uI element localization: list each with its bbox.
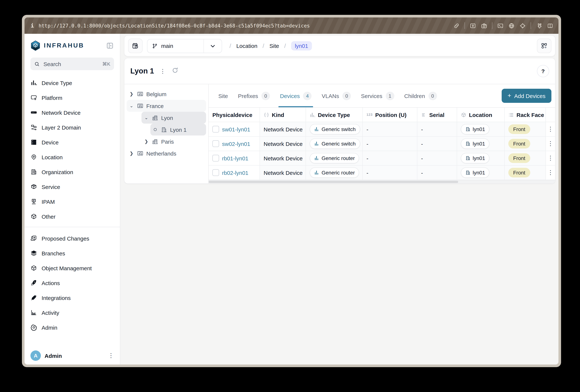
breadcrumb-item-site[interactable]: Site: [269, 43, 279, 49]
column-header-location[interactable]: Location: [457, 108, 505, 122]
device-type-chip[interactable]: Generic router: [310, 167, 359, 178]
tab-children[interactable]: Children0: [404, 84, 437, 107]
device-link[interactable]: rb01-lyn01: [222, 155, 248, 161]
tab-services[interactable]: Services1: [361, 84, 394, 107]
puzzle-icon[interactable]: [536, 22, 542, 29]
column-header-device-type[interactable]: Device Type: [306, 108, 363, 122]
title-kebab-icon[interactable]: ⋮: [160, 68, 165, 74]
row-kebab-icon[interactable]: ⋮: [548, 126, 554, 132]
sidebar-item-device-type[interactable]: Device Type: [30, 75, 114, 90]
tab-vlans[interactable]: VLANs0: [322, 84, 351, 107]
sidebar-item-branches[interactable]: Branches: [30, 246, 114, 261]
search-input[interactable]: [43, 60, 99, 67]
tab-site[interactable]: Site: [218, 84, 228, 107]
row-checkbox[interactable]: [212, 169, 219, 176]
sidebar-item-organization[interactable]: Organization: [30, 164, 114, 179]
table-row-cell-serial: -: [417, 166, 457, 180]
sidebar-item-actions[interactable]: Actions: [30, 275, 114, 290]
column-header-physicaldevice[interactable]: Physicaldevice: [209, 108, 260, 122]
tabs: Site Prefixes0 Devices4 VLANs0 Services1…: [209, 84, 555, 107]
sidebar-item-proposed-changes[interactable]: Proposed Changes: [30, 231, 114, 246]
add-devices-button[interactable]: +Add Devices: [502, 89, 551, 103]
user-row[interactable]: A Admin ⋮: [30, 347, 114, 361]
column-header-kind[interactable]: Kind: [260, 108, 306, 122]
main-area: main / Location / Site / lyn01 Lyon 1 ⋮: [120, 34, 559, 365]
branch-selector[interactable]: main: [147, 39, 222, 53]
sidebar-item-other[interactable]: Other: [30, 209, 114, 224]
sidebar-item-label: Device Type: [42, 80, 72, 86]
row-kebab-icon[interactable]: ⋮: [548, 170, 554, 176]
sidebar-item-layer-2-domain[interactable]: Layer 2 Domain: [30, 120, 114, 135]
device-type-chip[interactable]: Generic switch: [310, 138, 360, 149]
table-row-cell-serial: -: [417, 151, 457, 166]
office-icon: [465, 155, 470, 161]
tree-item-lyon[interactable]: ⌄ Lyon: [142, 112, 206, 124]
column-header-serial[interactable]: Serial: [417, 108, 457, 122]
location-chip[interactable]: lyn01: [461, 153, 490, 163]
sidebar-item-ipam[interactable]: IPIPAM: [30, 194, 114, 209]
row-checkbox[interactable]: [212, 155, 219, 161]
row-checkbox[interactable]: [212, 126, 219, 132]
device-link[interactable]: sw02-lyn01: [222, 140, 250, 147]
collapse-sidebar-icon[interactable]: [106, 42, 114, 50]
page-title: Lyon 1: [130, 67, 154, 75]
sidebar-item-device[interactable]: Device: [30, 135, 114, 150]
camera-icon[interactable]: [481, 22, 487, 29]
git-branch-icon: [152, 43, 158, 49]
link-icon[interactable]: [453, 22, 460, 29]
table-row-cell-name: rb01-lyn01: [209, 151, 260, 166]
schema-button[interactable]: [537, 39, 551, 53]
help-button[interactable]: ?: [537, 65, 549, 77]
sidebar-item-platform[interactable]: Platform: [30, 90, 114, 105]
sidebar-item-network-device[interactable]: Network Device: [30, 105, 114, 120]
row-kebab-icon[interactable]: ⋮: [548, 141, 554, 147]
row-kebab-icon[interactable]: ⋮: [548, 155, 554, 161]
image-icon[interactable]: [470, 22, 476, 29]
office-icon: [465, 141, 470, 146]
user-menu-kebab-icon[interactable]: ⋮: [108, 353, 114, 359]
device-link[interactable]: sw01-lyn01: [222, 126, 250, 132]
time-travel-button[interactable]: [128, 39, 143, 53]
sidebar-item-admin[interactable]: Admin: [30, 320, 114, 335]
table-row-cell-name: rb02-lyn01: [209, 166, 260, 180]
location-chip[interactable]: lyn01: [461, 124, 490, 134]
sidebar-item-integrations[interactable]: Integrations: [30, 290, 114, 305]
location-chip[interactable]: lyn01: [461, 167, 490, 178]
tree-item-lyon-1[interactable]: Lyon 1: [150, 124, 206, 135]
sidebar-item-object-management[interactable]: Object Management: [30, 261, 114, 275]
device-link[interactable]: rb02-lyn01: [222, 169, 248, 176]
scrollbar-thumb[interactable]: [209, 181, 458, 183]
sidebar-item-label: IPAM: [42, 198, 55, 205]
tab-devices[interactable]: Devices4: [280, 84, 312, 107]
browser-window: i http://127.0.0.1:8000/objects/Location…: [22, 15, 561, 367]
column-header-position[interactable]: 123Position (U): [363, 108, 417, 122]
search-box[interactable]: ⌘K: [30, 58, 114, 70]
table-row-cell-location: lyn01: [457, 166, 505, 180]
tree-item-paris[interactable]: ❯ Paris: [142, 135, 206, 147]
device-type-chip[interactable]: Generic router: [310, 153, 359, 163]
refresh-icon[interactable]: [171, 67, 178, 75]
row-checkbox[interactable]: [212, 140, 219, 147]
tree-item-label: France: [146, 103, 163, 109]
tab-prefixes[interactable]: Prefixes0: [238, 84, 270, 107]
sidebar-item-label: Location: [42, 154, 63, 160]
sidebar-item-service[interactable]: Service: [30, 179, 114, 194]
device-type-chip[interactable]: Generic switch: [310, 124, 360, 134]
tree-item-france[interactable]: ⌄ France: [127, 100, 206, 112]
globe-icon[interactable]: [508, 22, 515, 29]
column-header-rack-face[interactable]: Rack Face: [505, 108, 546, 122]
table-row-cell-device-type: Generic switch: [306, 122, 363, 136]
sidebar-item-location[interactable]: Location: [30, 150, 114, 164]
target-icon[interactable]: [519, 22, 526, 29]
url-text[interactable]: http://127.0.0.1:8000/objects/LocationSi…: [39, 23, 450, 28]
sidebar-item-label: Network Device: [42, 109, 81, 116]
split-view-icon[interactable]: [547, 22, 553, 29]
location-chip[interactable]: lyn01: [461, 138, 490, 149]
screen: i http://127.0.0.1:8000/objects/Location…: [0, 0, 580, 392]
tree-item-belgium[interactable]: ❯ Belgium: [127, 88, 206, 100]
breadcrumb-item-location[interactable]: Location: [236, 43, 257, 49]
terminal-icon[interactable]: [497, 22, 504, 29]
tree-item-netherlands[interactable]: ❯ Netherlands: [127, 147, 206, 159]
breadcrumb-item-lyn01[interactable]: lyn01: [291, 41, 312, 50]
sidebar-item-activity[interactable]: Activity: [30, 305, 114, 320]
